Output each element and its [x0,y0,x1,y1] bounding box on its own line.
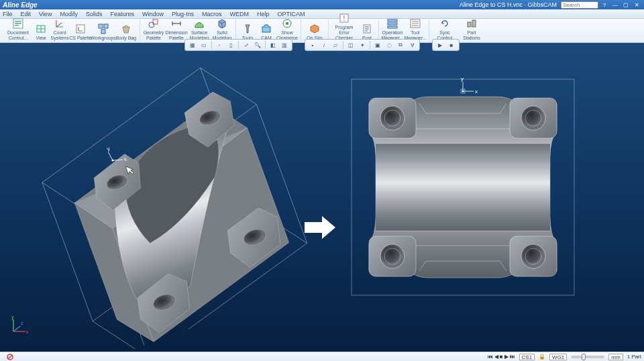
cs-palette-button[interactable]: CS Palette [69,19,92,42]
cs-indicator[interactable]: CS1 [519,354,535,360]
svg-rect-14 [104,24,108,28]
menu-opticam[interactable]: OPTICAM [278,11,305,17]
svg-point-54 [521,106,545,130]
tools-button[interactable]: Tools [238,19,257,42]
search-input[interactable] [561,1,598,9]
svg-point-51 [380,106,405,130]
tool-manager-button[interactable]: ToolManager... [404,19,427,42]
sel-body-icon[interactable]: ◫ [345,40,356,50]
playback-controls[interactable]: ⏮◀■▶⏭ [488,354,515,360]
sel-edge-icon[interactable]: / [319,40,329,50]
sel-all-icon[interactable]: ∀ [407,40,417,50]
menu-plugins[interactable]: Plug-Ins [172,11,194,17]
view-button[interactable]: View [32,19,50,42]
maximize-icon[interactable]: ▢ [621,1,631,9]
svg-rect-10 [76,25,85,33]
wg-indicator[interactable]: WG1 [549,354,567,360]
program-error-checker-button[interactable]: !ProgramError Checker [331,19,358,42]
close-icon[interactable]: ✕ [632,1,641,9]
svg-point-60 [521,244,545,268]
svg-point-66 [462,91,464,93]
part-count: 1 Part [627,354,641,360]
menu-features[interactable]: Features [110,11,134,17]
solid-modeling-button[interactable]: SolidModeling [211,19,233,42]
menu-modify[interactable]: Modify [60,11,78,17]
sel-feature-icon[interactable]: ✦ [357,40,368,50]
svg-text:y: y [461,76,464,82]
svg-point-26 [286,22,288,25]
sel-box-icon[interactable]: ▣ [372,40,383,50]
view-iso-icon[interactable]: ▦ [187,40,198,50]
menu-window[interactable]: Window [142,11,164,17]
help-icon[interactable]: ? [600,1,609,9]
svg-text:!: ! [343,15,345,22]
surface-modeling-button[interactable]: SurfaceModeling [188,19,211,42]
app-name: Aline Edge [3,1,38,9]
svg-point-57 [380,244,405,268]
menu-view[interactable]: View [39,11,52,17]
part-stations-button[interactable]: Part Stations [458,19,485,42]
menu-bar: File Edit View Modify Solids Features Wi… [0,9,644,19]
sync-control-button[interactable]: Sync Control [431,19,458,42]
cam-stop-icon[interactable]: ■ [446,40,457,50]
view-side-icon[interactable]: ▯ [225,40,236,50]
svg-text:y: y [106,146,111,152]
geometry-palette-button[interactable]: GeometryPalette [142,19,165,42]
op-sim-button[interactable]: Op Sim [303,19,326,42]
cam-simulate-icon[interactable]: ▶ [435,40,445,50]
view-toolbar[interactable]: ▦ ▭ ▫ ▯ ⤢ 🔍 ◧ ▥ [184,39,292,51]
svg-rect-24 [262,27,270,32]
opacity-slider[interactable] [571,356,604,358]
coord-systems-button[interactable]: CoordSystems [50,19,69,42]
operation-manager-button[interactable]: OperationManager... [381,19,404,42]
menu-file[interactable]: File [3,11,13,17]
menu-solids[interactable]: Solids [86,11,103,17]
menu-help[interactable]: Help [257,11,270,17]
menu-macros[interactable]: Macros [202,11,222,17]
document-title: Aline Edge to CS H.vnc · GibbsCAM [460,1,557,8]
svg-text:x: x [26,329,29,334]
post-button[interactable]: Post [358,19,376,42]
floating-toolbars: ▦ ▭ ▫ ▯ ⤢ 🔍 ◧ ▥ • / ▱ ◫ ✦ ▣ ◌ ⧉ ∀ ▶ ■ [0,39,644,51]
viewport[interactable]: x y [0,43,644,352]
menu-wedm[interactable]: WEDM [230,11,250,17]
minimize-icon[interactable]: — [610,1,620,9]
ready-indicator [7,354,13,360]
cs-lock-icon[interactable]: 🔒 [539,354,545,360]
svg-line-75 [8,355,12,359]
body-bag-button[interactable]: Body Bag [115,19,138,42]
cam-button[interactable]: CAM [257,19,276,42]
dimension-palette-button[interactable]: DimensionPalette [165,19,188,42]
arrow-icon [303,214,337,244]
sel-chain-icon[interactable]: ⧉ [395,40,406,50]
svg-text:x: x [475,89,478,95]
view-front-icon[interactable]: ▭ [199,40,209,50]
axis-triad: x y z [8,314,31,338]
svg-rect-15 [101,30,105,34]
svg-line-9 [56,23,62,27]
sel-lasso-icon[interactable]: ◌ [384,40,394,50]
workgroups-button[interactable]: Workgroups [92,19,115,42]
svg-text:y: y [11,315,14,320]
view-top-icon[interactable]: ▫ [214,40,225,50]
view-zoom-icon[interactable]: 🔍 [252,40,263,50]
title-bar: Aline Edge Aline Edge to CS H.vnc · Gibb… [0,0,644,9]
svg-line-41 [108,152,113,161]
view-wire-icon[interactable]: ▥ [279,40,290,50]
part-top-view: x y [349,76,577,298]
sel-face-icon[interactable]: ▱ [330,40,341,50]
view-fit-icon[interactable]: ⤢ [241,40,252,50]
svg-point-44 [111,159,114,162]
svg-rect-2 [15,23,21,24]
units-indicator[interactable]: mm [608,354,623,360]
selection-toolbar[interactable]: • / ▱ ◫ ✦ ▣ ◌ ⧉ ∀ [305,39,420,51]
sel-point-icon[interactable]: • [307,40,318,50]
view-shade-icon[interactable]: ◧ [268,40,278,50]
document-control-button[interactable]: DocumentControl... [5,19,32,42]
svg-line-70 [13,326,20,331]
cam-toolbar[interactable]: ▶ ■ [432,39,460,51]
show-clearance-button[interactable]: ShowClearance [276,19,299,42]
menu-edit[interactable]: Edit [21,11,32,17]
svg-rect-30 [388,19,397,21]
svg-point-16 [149,22,154,28]
